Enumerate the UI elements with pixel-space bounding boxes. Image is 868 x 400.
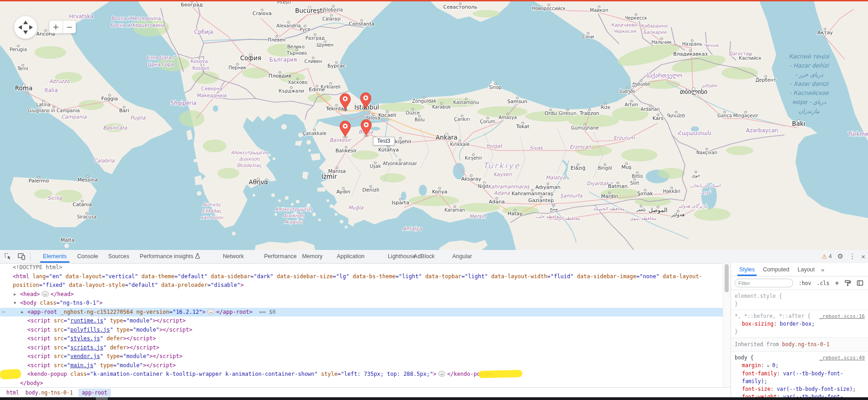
map-label: Afyonkarahisar [383, 161, 418, 166]
more-tabs-icon[interactable]: » [821, 266, 824, 273]
pan-left-arrow-icon[interactable] [18, 25, 22, 30]
elements-node-selected[interactable]: ⋯▶<app-root _nghost-ng-c1512270564 ng-ve… [0, 308, 723, 317]
inspect-element-icon[interactable] [4, 252, 13, 261]
paint-format-icon[interactable] [844, 280, 851, 286]
code-token: > [433, 371, 437, 377]
class-toggle-button[interactable]: .cls [817, 280, 830, 286]
css-property[interactable]: margin: ▶ 0; [735, 362, 866, 370]
resource-link: runtime.js [70, 317, 103, 324]
elements-node[interactable]: <!DOCTYPE html> [0, 263, 723, 272]
css-property[interactable]: box-sizing: border-box; [735, 320, 866, 328]
elements-node[interactable]: <kendo-popup class="k-animation-containe… [0, 370, 723, 379]
css-property[interactable]: font-size: var(--tb-body-font-size); [735, 385, 866, 393]
css-property[interactable]: font-family: var(--tb-body-font-family); [735, 370, 866, 385]
code-token: data-layout- [659, 273, 702, 280]
code-token: ></script> [149, 353, 182, 359]
css-rule[interactable]: body {_reboot.scss:49margin: ▶ 0;font-fa… [731, 352, 868, 400]
devtools-tab-elements[interactable]: Elements [43, 250, 67, 263]
device-toolbar-icon[interactable] [17, 252, 26, 261]
css-rules-list[interactable]: element.style {}*, *::before, *::after {… [731, 290, 868, 400]
styles-filter-input[interactable] [735, 279, 793, 287]
map-label: Slobozia [324, 7, 343, 12]
devtools-tab-performance-insights[interactable]: Performance insights [140, 250, 200, 263]
map-pan-control[interactable] [14, 16, 37, 39]
code-token: data-sidebar-size [274, 273, 333, 280]
devtools-tab-memory[interactable]: Memory [302, 250, 322, 263]
code-token: ="vertical" [102, 273, 138, 280]
map-canvas[interactable]: AnconaPerugiaTerniRomaItaliaAbruzzoLatin… [0, 1, 868, 250]
map-label: Muş [621, 164, 631, 170]
expand-arrow-icon[interactable]: ▶ [14, 290, 16, 299]
map-label: - Каспийское [789, 89, 829, 96]
styles-tab-styles[interactable]: Styles [739, 263, 755, 276]
devtools-tab-sources[interactable]: Sources [108, 250, 129, 263]
map-label: Türkmenistan [847, 131, 868, 137]
issues-badge[interactable]: ⚠4 [821, 253, 831, 260]
zoom-out-button[interactable]: − [63, 21, 76, 33]
elements-node[interactable]: <script src="runtime.js" type="module"><… [0, 317, 723, 326]
elements-node[interactable]: position="fixed" data-layout-style="defa… [0, 281, 723, 290]
devtools-tab-network[interactable]: Network [223, 250, 244, 263]
breadcrumb-item-html[interactable]: html [6, 390, 19, 396]
code-token: ="none" [637, 273, 660, 280]
node-menu-icon[interactable]: ⋯ [2, 308, 5, 317]
code-token: ="module" [120, 353, 149, 359]
zoom-in-button[interactable]: + [49, 21, 63, 33]
devtools-tab-adblock[interactable]: AdBlock [414, 250, 435, 263]
devtools-tab-angular[interactable]: Angular [452, 250, 472, 263]
map-label: Giugliano in Campania [28, 108, 79, 113]
hover-state-button[interactable]: :hov [799, 280, 811, 286]
map-label: تلعفر [636, 207, 646, 212]
devtools-tab-lighthouse[interactable]: Lighthouse [388, 250, 416, 263]
stylesheet-link[interactable]: _reboot.scss:49 [820, 354, 865, 362]
pan-right-arrow-icon[interactable] [29, 25, 33, 30]
elements-scrollbar[interactable] [723, 263, 730, 387]
inherited-from-row[interactable]: Inherited from body.ng-tns-0-1 [731, 338, 868, 352]
code-token: ="light" [395, 273, 422, 280]
elements-node[interactable]: ▶<head>…</head> [0, 290, 723, 299]
settings-gear-icon[interactable]: ⚙ [837, 252, 843, 260]
code-token: <script [27, 362, 51, 369]
expand-arrow-icon[interactable]: ▼ [14, 299, 16, 308]
map-zoom-control: + − [49, 21, 76, 33]
kebab-menu-icon[interactable]: ⋮ [849, 252, 856, 260]
elements-node[interactable]: <script src="vendor.js" type="module"></… [0, 352, 723, 361]
map-label: Գյումրի [667, 113, 685, 118]
expand-arrow-icon[interactable]: ▶ [21, 308, 23, 317]
code-token: ="fluid" [547, 273, 573, 280]
pan-down-arrow-icon[interactable] [23, 31, 28, 34]
elements-node[interactable]: </body> [0, 379, 723, 388]
devtools-tab-performance[interactable]: Performance [264, 250, 297, 263]
css-rule[interactable]: element.style {} [731, 290, 868, 310]
new-style-rule-button[interactable]: + [835, 279, 839, 287]
code-token: class [67, 371, 87, 377]
elements-node[interactable]: ▼<body class="ng-tns-0-1"> [0, 299, 723, 308]
map-label: Siirt [630, 181, 639, 186]
map-label: Черкесия [613, 29, 637, 34]
css-rule[interactable]: *, *::before, *::after {_reboot.scss:16b… [731, 310, 868, 338]
map-label: Kayseri [494, 171, 513, 177]
map-label: Разград [305, 36, 325, 41]
map-label: Διοίκηση [284, 213, 304, 218]
stylesheet-link[interactable]: _reboot.scss:16 [820, 312, 865, 320]
code-token: data-theme [138, 273, 174, 280]
breadcrumb-item-app-root[interactable]: app-root [79, 389, 111, 397]
elements-node[interactable]: <html lang="en" data-layout="vertical" d… [0, 272, 723, 281]
pan-up-arrow-icon[interactable] [23, 21, 28, 24]
map-label: Пловдив [268, 73, 291, 79]
elements-node[interactable]: <script src="styles.js" defer></script> [0, 334, 723, 343]
code-token: position [13, 282, 39, 288]
styles-tab-computed[interactable]: Computed [763, 263, 789, 276]
elements-tree[interactable]: <!DOCTYPE html><html lang="en" data-layo… [0, 263, 723, 387]
elements-node[interactable]: <script src="polyfills.js" type="module"… [0, 326, 723, 335]
close-devtools-icon[interactable]: × [861, 253, 865, 260]
sidebar-layout-icon[interactable] [857, 280, 863, 286]
devtools-tab-application[interactable]: Application [337, 250, 364, 263]
breadcrumb-item-body[interactable]: body.ng-tns-0-1 [26, 390, 73, 396]
elements-node[interactable]: <script src="main.js" type="module"></sc… [0, 361, 723, 370]
styles-tab-layout[interactable]: Layout [798, 263, 815, 276]
code-token: =" [63, 353, 70, 359]
devtools-tab-console[interactable]: Console [77, 250, 98, 263]
elements-node[interactable]: <script src="scripts.js" defer></script> [0, 343, 723, 353]
code-token: ></script> [159, 327, 192, 333]
